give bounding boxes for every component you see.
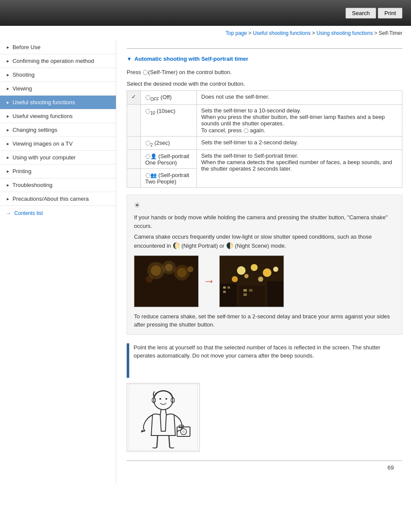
chevron-right-icon: ►: [6, 87, 10, 91]
sidebar-item-using-computer[interactable]: ► Using with your computer: [0, 151, 116, 165]
breadcrumb-current: Self-Timer: [379, 30, 402, 36]
sidebar-item-troubleshooting[interactable]: ► Troubleshooting: [0, 178, 116, 192]
sidebar-item-viewing-tv[interactable]: ► Viewing images on a TV: [0, 137, 116, 151]
tip-reduce-text: To reduce camera shake, set the self-tim…: [134, 312, 395, 329]
svg-rect-21: [223, 286, 226, 289]
table-cell-desc: Sets the self-timer to a 2-second delay.: [197, 136, 402, 150]
images-row: →: [134, 255, 395, 307]
svg-point-17: [258, 277, 263, 282]
svg-rect-23: [223, 291, 226, 293]
table-cell-check: [127, 150, 141, 169]
before-photo-svg: [134, 255, 198, 307]
sidebar-label: Useful shooting functions: [12, 99, 75, 106]
chevron-right-icon: ►: [6, 100, 10, 105]
table-cell-desc: Sets the self-timer to Self-portrait tim…: [197, 150, 402, 188]
main-layout: ► Before Use ► Confirming the operation …: [0, 40, 411, 483]
svg-point-13: [263, 268, 271, 277]
sidebar-item-precautions[interactable]: ► Precautions/About this camera: [0, 192, 116, 206]
table-cell-name: ◌👥 (Self-portraitTwo People): [141, 169, 197, 188]
svg-point-12: [251, 264, 258, 271]
contents-list-link[interactable]: Contents list: [14, 210, 43, 216]
sidebar: ► Before Use ► Confirming the operation …: [0, 40, 116, 483]
sidebar-item-shooting[interactable]: ► Shooting: [0, 68, 116, 82]
chevron-right-icon: ►: [6, 73, 10, 77]
svg-point-14: [232, 276, 238, 282]
sidebar-item-useful-viewing[interactable]: ► Useful viewing functions: [0, 109, 116, 123]
tip-text-2: Camera shake occurs frequently under low…: [134, 233, 395, 250]
table-cell-check: [127, 136, 141, 150]
sidebar-item-printing[interactable]: ► Printing: [0, 165, 116, 178]
svg-point-16: [244, 274, 249, 278]
print-button[interactable]: Print: [378, 8, 402, 19]
sidebar-label: Confirming the operation method: [12, 58, 94, 64]
table-cell-name: ◌👤 (Self-portraitOne Person): [141, 150, 197, 169]
breadcrumb-useful-shooting[interactable]: Useful shooting functions: [253, 30, 311, 36]
header: Search Print: [0, 0, 411, 26]
svg-rect-20: [267, 281, 283, 307]
sidebar-label: Viewing images on a TV: [12, 140, 73, 147]
triangle-icon: ▼: [127, 56, 132, 62]
portrait-description: Point the lens at yourself so that the s…: [134, 343, 402, 360]
table-row: ◌👤 (Self-portraitOne Person) Sets the se…: [127, 150, 402, 169]
after-photo: [219, 255, 284, 307]
content-area: ▼ Automatic shooting with Self-portrait …: [116, 40, 411, 483]
chevron-right-icon: ►: [6, 183, 10, 187]
sidebar-label: Before Use: [12, 44, 40, 50]
sidebar-label: Shooting: [12, 72, 34, 78]
svg-point-30: [159, 398, 161, 400]
svg-rect-24: [243, 289, 247, 292]
sidebar-item-before-use[interactable]: ► Before Use: [0, 40, 116, 54]
sidebar-item-confirming[interactable]: ► Confirming the operation method: [0, 54, 116, 68]
sidebar-item-viewing[interactable]: ► Viewing: [0, 82, 116, 96]
table-cell-name: ◌OFF (Off): [141, 91, 197, 105]
breadcrumb-top[interactable]: Top page: [226, 30, 247, 36]
chevron-right-icon: ►: [6, 142, 10, 146]
arrow-right-icon: →: [6, 210, 11, 216]
sidebar-label: Viewing: [12, 85, 32, 92]
portrait-image: [127, 383, 200, 452]
svg-point-38: [182, 430, 185, 433]
contents-link[interactable]: → Contents list: [0, 206, 116, 221]
page-number: 69: [388, 464, 394, 471]
table-cell-desc: Sets the self-timer to a 10-second delay…: [197, 104, 402, 136]
chevron-right-icon: ►: [6, 45, 10, 50]
section-heading-text: Automatic shooting with Self-portrait ti…: [134, 56, 248, 62]
chevron-right-icon: ►: [6, 59, 10, 63]
svg-rect-9: [134, 255, 198, 307]
sidebar-label: Using with your computer: [12, 154, 76, 161]
sidebar-label: Troubleshooting: [12, 182, 53, 188]
svg-rect-25: [249, 289, 252, 292]
table-row: ◌2 (2sec) Sets the self-timer to a 2-sec…: [127, 136, 402, 150]
search-button[interactable]: Search: [346, 8, 376, 19]
svg-rect-19: [239, 286, 265, 307]
chevron-right-icon: ►: [6, 197, 10, 201]
portrait-section: Point the lens at yourself so that the s…: [127, 343, 402, 378]
blue-bar-indicator: [127, 343, 129, 378]
sidebar-item-changing-settings[interactable]: ► Changing settings: [0, 123, 116, 137]
table-cell-name: ◌10 (10sec): [141, 104, 197, 136]
chevron-right-icon: ►: [6, 128, 10, 132]
table-cell-check: ✓: [127, 91, 141, 105]
sidebar-item-useful-shooting[interactable]: ► Useful shooting functions: [0, 96, 116, 109]
tip-icon: ☀: [134, 200, 395, 211]
chevron-right-icon: ►: [6, 114, 10, 118]
breadcrumb-using-shooting[interactable]: Using shooting functions: [317, 30, 373, 36]
arrow-right-icon: →: [203, 272, 215, 290]
sidebar-label: Printing: [12, 168, 31, 174]
svg-point-15: [273, 267, 278, 272]
table-cell-name: ◌2 (2sec): [141, 136, 197, 150]
svg-rect-26: [243, 293, 247, 296]
instruction-1: Press ◌(Self-Timer) on the control butto…: [127, 67, 402, 77]
instruction-2: Select the desired mode with the control…: [127, 80, 402, 88]
after-photo-svg: [220, 255, 283, 307]
timer-table: ✓ ◌OFF (Off) Does not use the self-timer…: [127, 90, 402, 188]
table-cell-desc: Does not use the self-timer.: [197, 91, 402, 105]
table-row: ◌10 (10sec) Sets the self-timer to a 10-…: [127, 104, 402, 136]
chevron-right-icon: ►: [6, 156, 10, 160]
tip-box: ☀ If your hands or body move while holdi…: [127, 195, 402, 335]
before-photo: [134, 255, 199, 307]
top-divider: [127, 48, 402, 49]
table-cell-check: [127, 104, 141, 136]
table-row: ✓ ◌OFF (Off) Does not use the self-timer…: [127, 91, 402, 105]
svg-point-11: [237, 266, 246, 275]
